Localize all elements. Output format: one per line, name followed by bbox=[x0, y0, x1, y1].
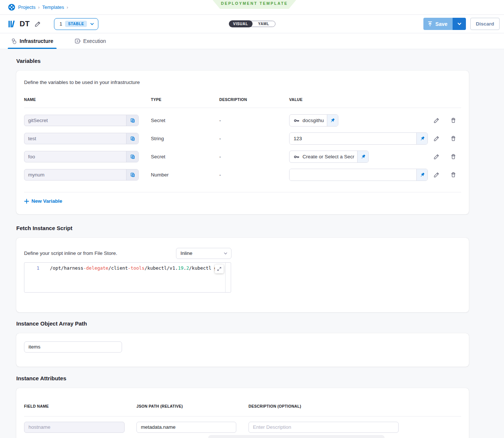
secret-name: docsgithu bbox=[302, 118, 324, 123]
variable-name-input bbox=[24, 115, 126, 126]
secret-value-chip: Create or Select a Secr bbox=[289, 151, 369, 163]
secret-selector[interactable]: Create or Select a Secr bbox=[290, 151, 357, 162]
edit-variable-pencil-icon[interactable] bbox=[433, 117, 440, 124]
variable-value-input[interactable] bbox=[290, 169, 416, 181]
upload-icon bbox=[427, 21, 433, 27]
variable-type: Secret bbox=[151, 154, 219, 159]
variable-description: - bbox=[219, 136, 289, 141]
breadcrumb-projects[interactable]: Projects bbox=[18, 4, 35, 10]
instance-attributes-card: FIELD NAME JSON PATH (RELATIVE) DESCRIPT… bbox=[16, 388, 469, 438]
fetch-script-section-title: Fetch Instance Script bbox=[16, 225, 504, 231]
secret-value-chip: docsgithu bbox=[289, 114, 338, 127]
version-number: 1 bbox=[60, 21, 62, 27]
new-variable-button[interactable]: New Variable bbox=[24, 198, 62, 204]
stable-badge: STABLE bbox=[65, 21, 87, 27]
column-field-name: FIELD NAME bbox=[24, 404, 136, 408]
expand-editor-icon[interactable] bbox=[215, 265, 224, 273]
deployment-template-ribbon: DEPLOYMENT TEMPLATE bbox=[213, 0, 296, 9]
json-path-input[interactable] bbox=[136, 422, 236, 433]
script-store-select[interactable]: Inline bbox=[176, 248, 231, 259]
variable-type: Number bbox=[151, 172, 219, 178]
variable-description: - bbox=[219, 118, 289, 123]
edit-title-pencil-icon[interactable] bbox=[34, 20, 42, 28]
delete-variable-trash-icon[interactable] bbox=[450, 117, 456, 124]
tab-label: Execution bbox=[83, 38, 106, 44]
variables-section-title: Variables bbox=[16, 58, 504, 64]
pin-icon[interactable] bbox=[416, 133, 427, 144]
edit-variable-pencil-icon[interactable] bbox=[433, 135, 440, 142]
table-row: String - bbox=[24, 129, 461, 148]
breadcrumb-templates[interactable]: Templates bbox=[42, 4, 64, 10]
variables-description: Define the variables to be used in your … bbox=[24, 80, 461, 85]
chevron-right-icon: › bbox=[38, 5, 40, 10]
script-code-editor[interactable]: 1/opt/harness-delegate/client-tools/kube… bbox=[24, 262, 231, 293]
visual-yaml-toggle: VISUAL YAML bbox=[229, 21, 275, 27]
infrastructure-icon bbox=[11, 38, 17, 44]
variable-type: Secret bbox=[151, 118, 219, 123]
fetch-script-card: Define your script inline or from File S… bbox=[16, 238, 469, 312]
line-number: 1 bbox=[24, 265, 50, 271]
secret-selector[interactable]: docsgithu bbox=[290, 115, 327, 126]
edit-variable-pencil-icon[interactable] bbox=[433, 172, 440, 178]
variable-value-input[interactable] bbox=[290, 133, 416, 144]
attribute-description-input[interactable] bbox=[248, 422, 399, 433]
save-button[interactable]: Save bbox=[423, 18, 453, 30]
pin-icon[interactable] bbox=[327, 115, 338, 126]
variable-name-input bbox=[24, 133, 126, 144]
table-row: Secret - docsgithu bbox=[24, 111, 461, 129]
instance-attributes-section-title: Instance Attributes bbox=[16, 375, 504, 381]
template-header: DT 1 STABLE VISUAL YAML Save bbox=[0, 15, 504, 33]
table-row bbox=[24, 417, 461, 433]
variable-description: - bbox=[219, 154, 289, 159]
copy-icon[interactable] bbox=[126, 133, 138, 144]
save-options-caret[interactable] bbox=[453, 18, 466, 30]
pin-icon[interactable] bbox=[357, 151, 368, 162]
chevron-down-icon bbox=[90, 22, 94, 26]
table-row: Number - bbox=[24, 166, 461, 184]
column-name: NAME bbox=[24, 97, 151, 102]
field-name-input bbox=[24, 422, 125, 433]
edit-variable-pencil-icon[interactable] bbox=[433, 154, 440, 160]
delete-variable-trash-icon[interactable] bbox=[450, 135, 456, 142]
key-icon bbox=[294, 118, 300, 124]
version-selector[interactable]: 1 STABLE bbox=[54, 18, 98, 30]
infrastructure-panel: Variables Define the variables to be use… bbox=[0, 49, 504, 438]
instance-path-card bbox=[16, 333, 469, 367]
toggle-yaml[interactable]: YAML bbox=[253, 21, 275, 27]
delete-variable-trash-icon[interactable] bbox=[450, 172, 456, 178]
execution-icon bbox=[75, 38, 81, 44]
variables-rows: Secret - docsgithu bbox=[24, 108, 461, 184]
template-library-icon bbox=[8, 20, 16, 28]
key-icon bbox=[294, 154, 300, 160]
fetch-script-description: Define your script inline or from File S… bbox=[24, 250, 176, 256]
plus-icon bbox=[24, 199, 29, 204]
section-tabs: Infrastructure Execution bbox=[0, 33, 504, 49]
chevron-down-icon bbox=[457, 21, 462, 26]
discard-button[interactable]: Discard bbox=[470, 18, 500, 30]
column-value: VALUE bbox=[289, 97, 428, 102]
chevron-down-icon bbox=[223, 251, 228, 256]
delete-variable-trash-icon[interactable] bbox=[450, 154, 456, 160]
toggle-visual[interactable]: VISUAL bbox=[229, 20, 253, 27]
variables-table-header: NAME TYPE DESCRIPTION VALUE bbox=[24, 97, 461, 108]
attributes-table-header: FIELD NAME JSON PATH (RELATIVE) DESCRIPT… bbox=[24, 404, 461, 417]
copy-icon[interactable] bbox=[126, 169, 138, 180]
copy-icon[interactable] bbox=[126, 151, 138, 162]
variable-name-input bbox=[24, 151, 126, 162]
column-json-path: JSON PATH (RELATIVE) bbox=[136, 404, 248, 408]
tab-label: Infrastructure bbox=[20, 38, 53, 44]
harness-logo-icon[interactable] bbox=[8, 4, 15, 11]
column-description-optional: DESCRIPTION (OPTIONAL) bbox=[248, 404, 461, 408]
pin-icon[interactable] bbox=[416, 169, 427, 181]
tab-execution[interactable]: Execution bbox=[71, 33, 109, 49]
variable-type: String bbox=[151, 136, 219, 141]
copy-icon[interactable] bbox=[126, 115, 138, 126]
chevron-right-icon: › bbox=[67, 5, 68, 10]
save-split-button: Save bbox=[423, 18, 466, 30]
value-field bbox=[289, 132, 428, 145]
instance-path-input[interactable] bbox=[24, 341, 122, 353]
variable-name-field bbox=[24, 115, 139, 126]
tab-infrastructure[interactable]: Infrastructure bbox=[8, 33, 57, 49]
column-description: DESCRIPTION bbox=[219, 97, 289, 102]
breadcrumb: Projects › Templates › bbox=[18, 4, 68, 10]
